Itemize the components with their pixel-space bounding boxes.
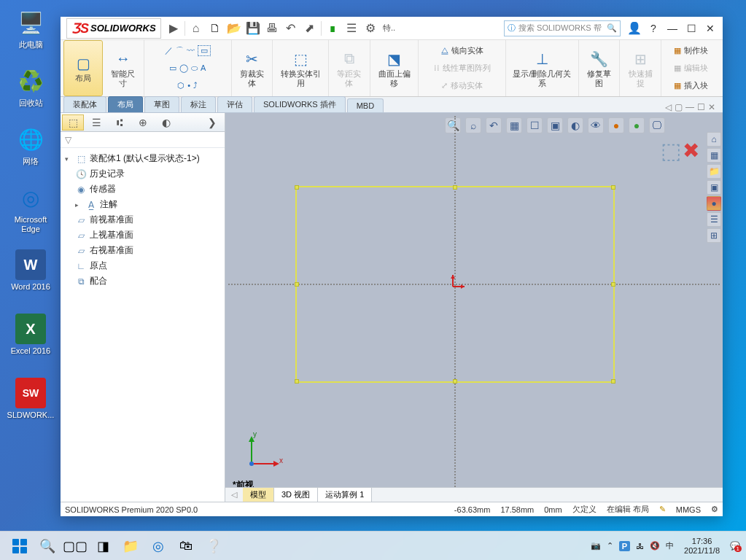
tab-motion[interactable]: 运动算例 1 [318, 488, 372, 502]
doc-close-icon[interactable]: ✕ [708, 102, 715, 112]
exit-sketch-button[interactable]: ⬚✖ [661, 138, 699, 163]
edge-taskbar-icon[interactable]: ◎ [144, 534, 172, 558]
task-view-icon[interactable]: ▢▢ [61, 534, 89, 558]
tree-front-plane[interactable]: ▱前视基准面 [62, 212, 223, 228]
close-button[interactable]: ✕ [701, 19, 720, 38]
point-icon[interactable]: • [187, 81, 190, 90]
viewport-settings-icon[interactable]: 🖵 [649, 117, 665, 133]
section-icon[interactable]: ▦ [506, 117, 522, 133]
open-icon[interactable]: 📂 [225, 20, 243, 37]
options-list-icon[interactable]: ☰ [343, 20, 360, 37]
smart-dimension-button[interactable]: ↔ 智能尺寸 [103, 40, 144, 96]
layout-button[interactable]: ▢ 布局 [63, 40, 103, 96]
home-icon[interactable]: ⌂ [187, 20, 205, 37]
hide-show-icon[interactable]: ◐ [567, 117, 583, 133]
ime-indicator[interactable]: 中 [666, 540, 674, 551]
desktop-icon-edge[interactable]: ◎ Microsoft Edge [4, 182, 57, 234]
notification-icon[interactable]: 💬1 [730, 541, 740, 551]
chevron-right-icon[interactable]: ▶ [165, 20, 182, 37]
doc-max-icon[interactable]: ☐ [697, 102, 705, 112]
circle-icon[interactable]: ◯ [179, 63, 188, 73]
show-relations-button[interactable]: ⊥ 显示/删除几何关系 [506, 40, 578, 96]
view-orient-icon[interactable]: ☐ [527, 117, 543, 133]
tab-sketch[interactable]: 草图 [144, 96, 179, 112]
line-icon[interactable]: ／ [165, 45, 173, 56]
tab-evaluate[interactable]: 评估 [217, 96, 252, 112]
desktop-icon-recycle[interactable]: ♻️ 回收站 [4, 66, 57, 108]
tab-addins[interactable]: SOLIDWORKS 插件 [254, 96, 346, 112]
user-icon[interactable]: 👤 [626, 20, 643, 37]
tree-top-plane[interactable]: ▱上视基准面 [62, 228, 223, 243]
help-taskbar-icon[interactable]: ❔ [200, 534, 228, 558]
tray-chevron-icon[interactable]: ⌃ [607, 541, 613, 551]
desktop-icon-word[interactable]: W Word 2016 [4, 249, 57, 292]
volume-icon[interactable]: 🔇 [650, 541, 660, 551]
new-icon[interactable]: 🗋 [206, 20, 224, 37]
slot-icon[interactable]: ⬭ [191, 63, 198, 73]
tree-sensors[interactable]: ◉传感器 [62, 182, 223, 197]
tab-model[interactable]: 模型 [243, 488, 274, 502]
tab-mbd[interactable]: MBD [347, 98, 384, 112]
insert-block-button[interactable]: ▦插入块 [674, 77, 708, 94]
desktop-icon-network[interactable]: 🌐 网络 [4, 124, 57, 166]
more-icon[interactable]: 特.. [381, 20, 398, 37]
tree-tab-config[interactable]: ⑆ [109, 114, 131, 131]
arc-icon[interactable]: ⌒ [176, 45, 184, 56]
start-button[interactable] [6, 534, 34, 558]
meet-now-icon[interactable]: 📷 [591, 541, 601, 551]
status-units[interactable]: MMGS [676, 505, 701, 514]
doc-min-icon[interactable]: — [685, 102, 694, 112]
appearances-icon[interactable]: ● [707, 196, 721, 211]
parking-icon[interactable]: P [619, 541, 630, 551]
convert-entities-button[interactable]: ⬚ 转换实体引用 [273, 40, 329, 96]
home-pane-icon[interactable]: ⌂ [707, 132, 721, 147]
custom-props-icon[interactable]: ☰ [707, 212, 721, 227]
prev-tab-icon[interactable]: ◁ [225, 490, 243, 499]
tree-tab-property[interactable]: ☰ [85, 114, 107, 131]
desktop-icon-excel[interactable]: X Excel 2016 [4, 314, 57, 356]
rebuild-icon[interactable]: ∎ [324, 20, 341, 37]
surface-offset-button[interactable]: ⬔ 曲面上偏移 [370, 40, 419, 96]
doc-prev-icon[interactable]: ◁ [665, 102, 672, 112]
rect2-icon[interactable]: ▭ [169, 63, 176, 73]
repair-sketch-button[interactable]: 🔧 修复草图 [579, 40, 621, 96]
spline-icon[interactable]: 〰 [187, 46, 195, 55]
store-icon[interactable]: 🛍 [172, 534, 200, 558]
curve-icon[interactable]: ⤴ [193, 81, 198, 90]
tree-annotations[interactable]: ▸A̲注解 [62, 197, 223, 212]
minimize-button[interactable]: — [663, 19, 682, 38]
search-input[interactable]: ⓘ 搜索 SOLIDWORKS 帮 🔍 [504, 20, 621, 36]
tree-origin[interactable]: ∟原点 [62, 258, 223, 273]
tree-tab-more[interactable]: ❯ [201, 114, 223, 131]
help-icon[interactable]: ? [644, 19, 663, 38]
status-more-icon[interactable]: ⚙ [711, 505, 718, 514]
zoom-area-icon[interactable]: ⌕ [465, 117, 481, 133]
zoom-fit-icon[interactable]: 🔍 [445, 117, 461, 133]
print-icon[interactable]: 🖶 [263, 20, 281, 37]
tab-3dview[interactable]: 3D 视图 [274, 488, 318, 502]
view-palette-icon[interactable]: ▣ [707, 180, 721, 195]
tab-layout[interactable]: 布局 [108, 96, 143, 112]
text-icon[interactable]: A [201, 63, 206, 72]
tree-right-plane[interactable]: ▱右视基准面 [62, 243, 223, 258]
settings-icon[interactable]: ⚙ [362, 20, 379, 37]
tree-root[interactable]: ▾⬚装配体1 (默认<显示状态-1>) [62, 151, 223, 166]
appearance-icon[interactable]: ● [608, 117, 624, 133]
scene-icon[interactable]: ● [629, 117, 645, 133]
graphics-viewport[interactable]: 🔍 ⌕ ↶ ▦ ☐ ▣ ◐ 👁 ● ● 🖵 ⬚✖ ⌂ ▦ 📁 ▣ [225, 113, 723, 502]
clock[interactable]: 17:36 2021/11/8 [680, 537, 724, 555]
file-explorer-icon[interactable]: 📁 [707, 164, 721, 179]
desktop-icon-solidworks[interactable]: SW SLDWORK... [4, 378, 57, 420]
file-explorer-icon[interactable]: 📁 [117, 534, 144, 558]
widgets-icon[interactable]: ◨ [89, 534, 117, 558]
sketch-rectangle[interactable] [295, 186, 615, 383]
maximize-button[interactable]: ☐ [682, 19, 701, 38]
tree-tab-appearance[interactable]: ◐ [155, 114, 177, 131]
network-tray-icon[interactable]: 🖧 [636, 542, 644, 551]
prev-view-icon[interactable]: ↶ [486, 117, 502, 133]
tree-mates[interactable]: ⧉配合 [62, 273, 223, 289]
tree-tab-feature[interactable]: ⬚ [62, 114, 84, 131]
select-icon[interactable]: ⬈ [301, 20, 319, 37]
eye-icon[interactable]: 👁 [588, 117, 604, 133]
save-icon[interactable]: 💾 [244, 20, 262, 37]
